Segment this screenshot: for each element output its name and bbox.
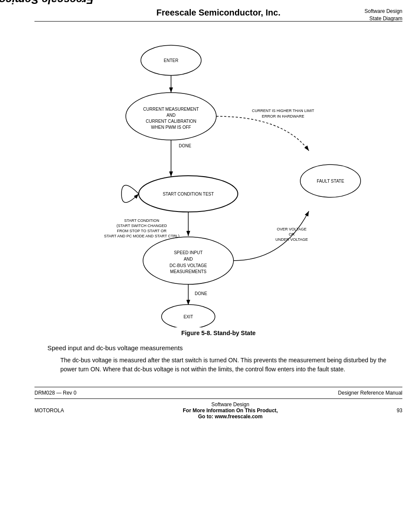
svg-text:UNDER VOLTAGE: UNDER VOLTAGE [275,237,308,242]
svg-text:START AND PC MODE AND START CT: START AND PC MODE AND START CTRL) [104,234,179,238]
svg-text:DONE: DONE [179,143,191,148]
footer-bottom-right: 93 [397,408,402,414]
svg-text:SPEED INPUT: SPEED INPUT [174,250,203,255]
svg-text:FROM STOP TO START OR: FROM STOP TO START OR [117,229,167,233]
svg-text:AND: AND [166,113,175,118]
svg-text:EXIT: EXIT [184,314,193,319]
svg-text:ENTER: ENTER [164,58,178,63]
top-right-label: Software Design State Diagram [364,8,402,22]
svg-text:OVER VOLTAGE: OVER VOLTAGE [277,227,306,231]
svg-text:CURRENT IS HIGHER THAN LIMIT: CURRENT IS HIGHER THAN LIMIT [252,109,314,113]
body-paragraph: The dc-bus voltage is measured after the… [60,356,389,374]
footer-center-line3: Go to: www.freescale.com [64,414,396,420]
svg-text:(START SWITCH CHANGED: (START SWITCH CHANGED [116,224,167,228]
footer-top: DRM028 — Rev 0 Designer Reference Manual [34,387,402,398]
svg-text:MEASUREMENTS: MEASUREMENTS [170,269,207,274]
state-diagram: ENTER CURRENT MEASUREMENT AND CURRENT CA… [42,26,395,327]
section-heading: Speed input and dc-bus voltage measureme… [47,344,389,352]
footer-bottom: MOTOROLA Software Design For More Inform… [34,398,402,422]
diagram-area: ENTER CURRENT MEASUREMENT AND CURRENT CA… [34,26,402,327]
svg-text:CURRENT CALIBRATION: CURRENT CALIBRATION [146,119,196,124]
footer-bottom-left: MOTOROLA [34,408,64,414]
footer-center-line2: For More Information On This Product, [64,408,396,414]
footer-center: Software Design For More Information On … [64,401,396,420]
footer-left: DRM028 — Rev 0 [34,390,76,396]
svg-text:FAULT STATE: FAULT STATE [317,179,344,184]
figure-caption: Figure 5-8. Stand-by State [34,330,402,336]
svg-text:DC-BUS VOLTAGE: DC-BUS VOLTAGE [170,263,207,268]
svg-text:CURRENT MEASUREMENT: CURRENT MEASUREMENT [143,107,199,112]
page-header: Freescale Semiconductor, Inc. Software D… [34,0,402,22]
page-title: Freescale Semiconductor, Inc. [34,8,402,18]
svg-text:WHEN PWM IS OFF: WHEN PWM IS OFF [151,125,191,130]
footer-center-line1: Software Design [64,401,396,408]
body-section: Speed input and dc-bus voltage measureme… [34,344,402,374]
svg-text:DONE: DONE [195,291,207,296]
svg-text:START CONDITION: START CONDITION [124,218,159,223]
svg-text:ERROR IN HARDWARE: ERROR IN HARDWARE [262,114,305,118]
svg-text:AND: AND [184,257,193,261]
svg-text:START CONDITION TEST: START CONDITION TEST [163,192,214,196]
footer-right: Designer Reference Manual [338,390,402,396]
